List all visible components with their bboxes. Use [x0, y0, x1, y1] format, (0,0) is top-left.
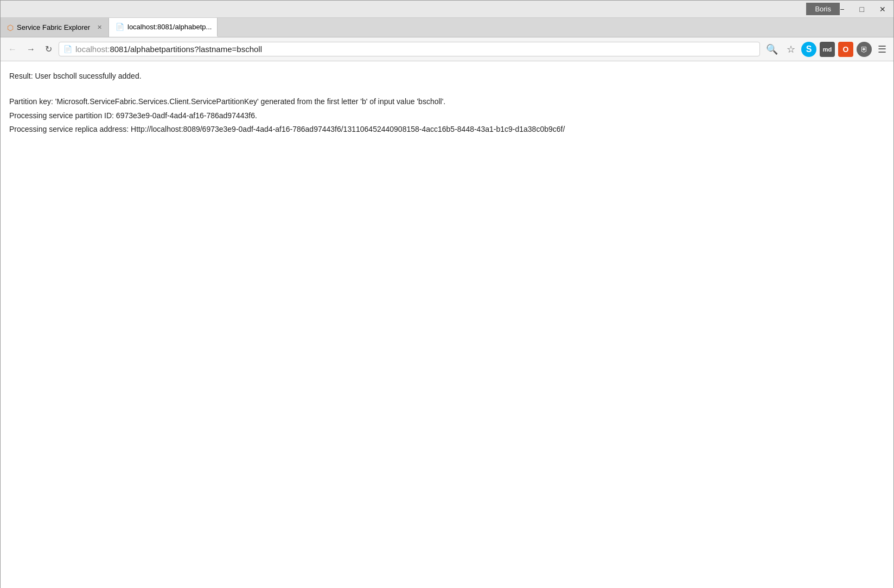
page-content: Result: User bscholl sucessfully added. …	[1, 61, 893, 588]
tab-label: localhost:8081/alphabetp...	[127, 23, 212, 31]
tab-close-button[interactable]: ✕	[95, 23, 104, 31]
tab-service-fabric-explorer[interactable]: ⬡ Service Fabric Explorer ✕	[1, 18, 109, 37]
page-icon: 📄	[63, 45, 72, 53]
tab-page-icon: 📄	[116, 23, 124, 31]
toolbar-icons: 🔍 ☆ S md O ⛨ ☰	[763, 42, 889, 57]
maximize-button[interactable]: □	[857, 4, 867, 15]
service-fabric-icon: ⬡	[7, 23, 14, 32]
result-section: Result: User bscholl sucessfully added.	[9, 70, 885, 82]
username-label: Boris	[815, 5, 831, 13]
skype-button[interactable]: S	[801, 42, 816, 57]
forward-button[interactable]: →	[23, 42, 39, 56]
office-icon: O	[843, 45, 849, 54]
details-section: Partition key: 'Microsoft.ServiceFabric.…	[9, 95, 885, 136]
partition-id-line: Processing service partition ID: 6973e3e…	[9, 109, 885, 123]
result-line: Result: User bscholl sucessfully added.	[9, 70, 885, 82]
md-icon: md	[823, 46, 832, 53]
bookmark-button[interactable]: ☆	[784, 42, 798, 57]
back-button[interactable]: ←	[5, 42, 20, 56]
replica-address-line: Processing service replica address: Http…	[9, 123, 885, 136]
address-text[interactable]: localhost:8081/alphabetpartitions?lastna…	[75, 44, 755, 54]
shield-button[interactable]: ⛨	[857, 42, 872, 57]
shield-icon: ⛨	[860, 45, 868, 54]
new-tab-area[interactable]	[218, 18, 893, 37]
skype-icon: S	[806, 44, 812, 54]
address-bar: ← → ↻ 📄 localhost:8081/alphabetpartition…	[1, 37, 893, 61]
tab-localhost[interactable]: 📄 localhost:8081/alphabetp... ✕	[109, 18, 218, 37]
menu-button[interactable]: ☰	[875, 42, 889, 57]
tab-label: Service Fabric Explorer	[17, 23, 90, 31]
browser-window: Boris − □ ✕ ⬡ Service Fabric Explorer ✕ …	[0, 0, 894, 588]
search-button[interactable]: 🔍	[763, 42, 781, 57]
partition-key-line: Partition key: 'Microsoft.ServiceFabric.…	[9, 95, 885, 108]
url-path: 8081/alphabetpartitions?lastname=bscholl	[110, 44, 262, 54]
address-input-wrapper: 📄 localhost:8081/alphabetpartitions?last…	[59, 42, 760, 56]
office-button[interactable]: O	[838, 42, 853, 57]
user-profile[interactable]: Boris	[806, 3, 840, 15]
url-scheme: localhost:	[75, 44, 110, 54]
titlebar: Boris − □ ✕	[1, 1, 893, 18]
window-controls: − □ ✕	[836, 4, 889, 15]
refresh-button[interactable]: ↻	[42, 42, 55, 56]
tab-bar: ⬡ Service Fabric Explorer ✕ 📄 localhost:…	[1, 18, 893, 37]
close-button[interactable]: ✕	[876, 4, 889, 15]
md-button[interactable]: md	[820, 42, 835, 57]
